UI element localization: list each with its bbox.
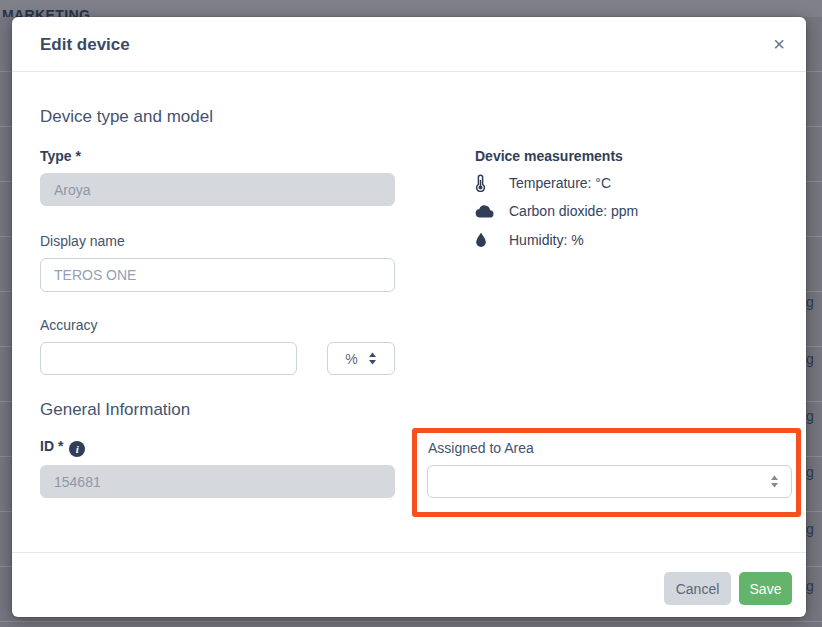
id-label: ID *i [40,438,85,457]
section-heading-general: General Information [40,400,190,420]
id-field [40,465,395,498]
modal-title: Edit device [40,35,130,55]
section-heading-device-type: Device type and model [40,107,213,127]
measurement-label: Temperature: °C [509,175,611,191]
background-row-text-fragment: g [806,464,822,480]
accuracy-label: Accuracy [40,317,98,333]
modal-footer: Cancel Save [12,552,806,617]
display-name-field[interactable] [40,258,395,292]
measurement-label: Carbon dioxide: ppm [509,203,638,219]
background-row-text-fragment: g [806,521,822,537]
measurement-row: Temperature: °C [475,174,611,192]
select-arrows-icon [770,475,779,488]
background-row-text-fragment: g [806,578,822,594]
close-icon[interactable]: × [766,31,792,57]
select-arrows-icon [368,352,377,365]
measurements-heading: Device measurements [475,148,623,164]
type-label: Type * [40,148,81,164]
accuracy-unit-select[interactable]: % [327,342,395,375]
cancel-button[interactable]: Cancel [664,572,731,605]
measurement-row: Carbon dioxide: ppm [475,203,638,219]
save-button[interactable]: Save [739,572,792,605]
assigned-area-label: Assigned to Area [428,440,534,456]
info-icon[interactable]: i [69,441,85,457]
modal-header: Edit device × [12,17,806,72]
background-row-text-fragment: g [806,294,822,310]
cloud-icon [475,205,497,218]
type-field [40,173,395,206]
background-row-text-fragment: g [806,351,822,367]
droplet-icon [475,232,497,248]
measurement-label: Humidity: % [509,232,584,248]
background-row-text-fragment: g [806,408,822,424]
accuracy-field[interactable] [40,342,297,375]
id-label-text: ID * [40,438,63,454]
display-name-label: Display name [40,233,125,249]
measurement-row: Humidity: % [475,232,584,248]
accuracy-unit-value: % [345,351,357,367]
assigned-area-select[interactable] [427,465,792,498]
thermometer-icon [475,174,497,192]
edit-device-modal: Edit device × Device type and model Type… [12,17,806,617]
